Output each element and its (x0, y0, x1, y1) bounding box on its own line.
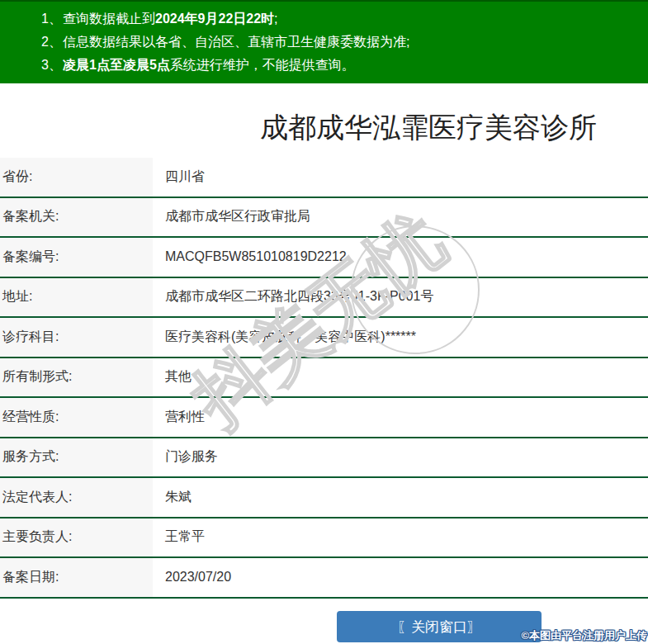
table-row: 主要负责人:王常平 (0, 519, 648, 559)
row-label: 备案机关: (0, 198, 153, 237)
table-row: 服务方式:门诊服务 (0, 438, 648, 479)
table-row: 省份:四川省 (0, 158, 648, 198)
notice-line: 3、凌晨1点至凌晨5点系统进行维护，不能提供查询。 (0, 54, 648, 77)
row-label: 主要负责人: (0, 519, 153, 557)
info-table: 省份:四川省备案机关:成都市成华区行政审批局备案编号:MACQFB5W85101… (0, 158, 648, 599)
row-value: 成都市成华区行政审批局 (153, 198, 648, 237)
row-value: 成都市成华区二环路北四段33号J1-3F-P001号 (153, 278, 648, 317)
table-row: 备案日期:2023/07/20 (0, 558, 648, 599)
notice-text: 系统进行维护，不能提供查询。 (170, 58, 355, 72)
notice-text: ; (274, 12, 277, 26)
row-label: 省份: (0, 158, 153, 197)
table-row: 备案机关:成都市成华区行政审批局 (0, 198, 648, 239)
row-label: 备案编号: (0, 238, 153, 277)
row-value: 王常平 (153, 519, 648, 557)
table-row: 地址:成都市成华区二环路北四段33号J1-3F-P001号 (0, 278, 648, 319)
row-value: 四川省 (153, 158, 648, 197)
table-row: 诊疗科目:医疗美容科(美容皮肤科、美容中医科)****** (0, 318, 648, 358)
row-value: 其他 (153, 358, 648, 397)
copyright-note: ©本图由平台注册用户上传 (521, 628, 647, 643)
row-value: 营利性 (153, 398, 648, 437)
table-row: 法定代表人:朱斌 (0, 478, 648, 519)
notice-text: 2024年9月22日22时 (155, 12, 274, 26)
close-window-button[interactable]: 〖关闭窗口〗 (337, 611, 542, 642)
page-title: 成都成华泓霏医疗美容诊所 (260, 111, 597, 144)
notice-text: 查询数据截止到 (63, 12, 155, 26)
row-label: 所有制形式: (0, 358, 153, 397)
row-label: 服务方式: (0, 438, 153, 477)
notice-number: 2、 (41, 31, 63, 54)
row-value: MACQFB5W851010819D2212 (153, 238, 648, 277)
notice-list: 1、查询数据截止到2024年9月22日22时;2、信息数据结果以各省、自治区、直… (0, 7, 648, 77)
notice-header: 1、查询数据截止到2024年9月22日22时;2、信息数据结果以各省、自治区、直… (0, 0, 648, 83)
row-label: 经营性质: (0, 398, 153, 437)
row-value: 2023/07/20 (153, 558, 648, 597)
row-label: 备案日期: (0, 558, 153, 597)
notice-line: 2、信息数据结果以各省、自治区、直辖市卫生健康委数据为准; (0, 31, 648, 54)
table-row: 经营性质:营利性 (0, 398, 648, 438)
table-row: 所有制形式:其他 (0, 358, 648, 399)
row-value: 医疗美容科(美容皮肤科、美容中医科)****** (153, 318, 648, 357)
row-value: 门诊服务 (153, 438, 648, 477)
notice-number: 1、 (41, 7, 63, 31)
table-row: 备案编号:MACQFB5W851010819D2212 (0, 238, 648, 278)
notice-text: 信息数据结果以各省、自治区、直辖市卫生健康委数据为准; (63, 35, 409, 49)
notice-number: 3、 (41, 54, 63, 77)
notice-line: 1、查询数据截止到2024年9月22日22时; (0, 7, 648, 31)
row-label: 地址: (0, 278, 153, 317)
row-label: 法定代表人: (0, 478, 153, 517)
row-label: 诊疗科目: (0, 318, 153, 357)
notice-text: 凌晨1点至凌晨5点 (63, 58, 170, 72)
row-value: 朱斌 (153, 478, 648, 517)
